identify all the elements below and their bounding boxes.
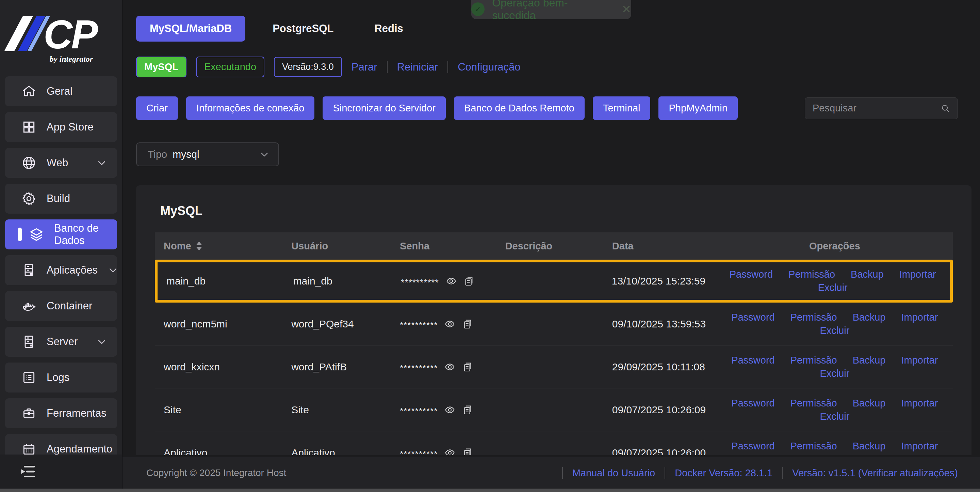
create-button[interactable]: Criar <box>136 96 178 120</box>
import-link[interactable]: Importar <box>901 398 938 409</box>
table-header: Nome Usuário Senha Descrição Data Operaç… <box>155 232 953 260</box>
import-link[interactable]: Importar <box>901 441 938 452</box>
row-operations: Password Permissão Backup Importar Exclu… <box>717 441 953 455</box>
import-link[interactable]: Importar <box>901 312 938 323</box>
import-link[interactable]: Importar <box>899 269 936 280</box>
restart-service-link[interactable]: Reiniciar <box>397 61 438 73</box>
sidebar-item-web[interactable]: Web <box>5 148 117 178</box>
terminal-button[interactable]: Terminal <box>593 96 651 120</box>
configure-service-link[interactable]: Configuração <box>458 61 520 73</box>
sidebar-item-ferramentas[interactable]: Ferramentas <box>5 398 117 428</box>
eye-icon[interactable] <box>446 276 457 286</box>
backup-link[interactable]: Backup <box>853 355 886 366</box>
delete-link[interactable]: Excluir <box>820 411 850 422</box>
db-name: Aplicativo <box>155 447 282 455</box>
search-box <box>805 97 958 119</box>
sidebar-item-agendamento[interactable]: Agendamento <box>5 434 117 457</box>
copy-icon[interactable] <box>463 276 474 286</box>
table-row-aplicativo[interactable]: Aplicativo Aplicativo ********** 09/07/2… <box>155 431 953 455</box>
sidebar-item-server[interactable]: Server <box>5 327 117 357</box>
sidebar-item-build[interactable]: Build <box>5 184 117 214</box>
sidebar-item-label: Logs <box>47 371 69 383</box>
tab-postgresql[interactable]: PostgreSQL <box>259 16 347 42</box>
delete-link[interactable]: Excluir <box>820 325 850 336</box>
row-operations: Password Permissão Backup Importar Exclu… <box>717 398 953 422</box>
copy-icon[interactable] <box>462 361 473 372</box>
permission-link[interactable]: Permissão <box>788 269 835 280</box>
tab-redis[interactable]: Redis <box>361 16 417 42</box>
chevron-down-icon <box>108 265 118 275</box>
tab-mysql-mariadb[interactable]: MySQL/MariaDB <box>136 16 245 42</box>
db-password-cell: ********** <box>392 275 496 288</box>
sync-from-server-button[interactable]: Sincronizar do Servidor <box>323 96 445 120</box>
row-operations: Password Permissão Backup Importar Exclu… <box>716 269 950 293</box>
table-row-word_kxicxn[interactable]: word_kxicxn word_PAtifB ********** 29/09… <box>155 345 953 388</box>
user-manual-link[interactable]: Manual do Usuário <box>572 468 655 479</box>
db-password-cell: ********** <box>391 403 496 416</box>
password-link[interactable]: Password <box>731 398 775 409</box>
column-header-nome[interactable]: Nome <box>155 241 282 252</box>
delete-link[interactable]: Excluir <box>818 282 848 293</box>
db-password-cell: ********** <box>391 317 496 331</box>
table-row-site[interactable]: Site Site ********** 09/07/2025 10:26:09… <box>155 388 953 431</box>
sidebar-item-app-store[interactable]: App Store <box>5 112 117 142</box>
type-filter-label: Tipo <box>148 149 167 160</box>
table-row-main_db[interactable]: main_db main_db ********** 13/10/2025 15… <box>155 260 953 303</box>
type-filter-select[interactable]: Tipo mysql <box>136 142 279 166</box>
password-link[interactable]: Password <box>730 269 773 280</box>
permission-link[interactable]: Permissão <box>791 312 837 323</box>
phpmyadmin-button[interactable]: PhpMyAdmin <box>659 96 737 120</box>
connection-info-button[interactable]: Informações de conexão <box>186 96 315 120</box>
sidebar-item-label: Geral <box>47 85 73 97</box>
footer-links: Manual do Usuário Docker Versão: 28.1.1 … <box>562 467 958 479</box>
divider <box>447 61 448 73</box>
copy-icon[interactable] <box>462 319 473 329</box>
backup-link[interactable]: Backup <box>853 312 886 323</box>
collapse-sidebar-button[interactable] <box>18 460 40 483</box>
toast-close-icon[interactable]: ✕ <box>622 2 632 16</box>
chevron-down-icon <box>97 337 107 347</box>
permission-link[interactable]: Permissão <box>791 441 837 452</box>
backup-link[interactable]: Backup <box>853 441 886 452</box>
app-version-link[interactable]: Versão: v1.5.1 (Verificar atualizações) <box>792 468 958 479</box>
sidebar-item-logs[interactable]: Logs <box>5 363 117 393</box>
row-operations: Password Permissão Backup Importar Exclu… <box>717 312 953 336</box>
password-link[interactable]: Password <box>731 441 775 452</box>
import-link[interactable]: Importar <box>901 355 938 366</box>
password-masked: ********** <box>400 403 438 416</box>
sidebar-item-label: Web <box>47 157 68 169</box>
sidebar-item-label: App Store <box>47 121 94 133</box>
copyright-text: Copyright © 2025 Integrator Host <box>146 468 286 478</box>
permission-link[interactable]: Permissão <box>791 355 837 366</box>
eye-icon[interactable] <box>444 404 455 415</box>
table-row-word_ncm5mi[interactable]: word_ncm5mi word_PQef34 ********** 09/10… <box>155 303 953 345</box>
backup-link[interactable]: Backup <box>851 269 884 280</box>
remote-database-button[interactable]: Banco de Dados Remoto <box>454 96 585 120</box>
delete-link[interactable]: Excluir <box>820 454 850 455</box>
search-input[interactable] <box>813 102 941 114</box>
footer: Copyright © 2025 Integrator Host Manual … <box>123 457 980 489</box>
sort-icon[interactable] <box>196 241 202 251</box>
copy-icon[interactable] <box>462 404 473 415</box>
permission-link[interactable]: Permissão <box>791 398 837 409</box>
backup-link[interactable]: Backup <box>853 398 886 409</box>
stop-service-link[interactable]: Parar <box>352 61 377 73</box>
docker-whale-icon <box>21 299 37 313</box>
db-user: Site <box>282 404 391 416</box>
eye-icon[interactable] <box>444 319 455 329</box>
password-link[interactable]: Password <box>731 355 775 366</box>
sidebar-item-geral[interactable]: Geral <box>5 76 117 106</box>
sidebar-item-container[interactable]: Container <box>5 291 117 321</box>
eye-icon[interactable] <box>444 447 455 455</box>
sidebar-item-banco-de-dados[interactable]: Banco de Dados <box>5 219 117 249</box>
sidebar-item-aplicacoes[interactable]: Aplicações <box>5 255 117 285</box>
eye-icon[interactable] <box>444 361 455 372</box>
database-table: Nome Usuário Senha Descrição Data Operaç… <box>155 232 953 455</box>
password-link[interactable]: Password <box>731 312 775 323</box>
password-masked: ********** <box>400 317 438 331</box>
delete-link[interactable]: Excluir <box>820 368 850 379</box>
service-status-row: MySQL Executando Versão:9.3.0 Parar Rein… <box>136 57 972 77</box>
docker-version-link[interactable]: Docker Versão: 28.1.1 <box>675 468 772 479</box>
copy-icon[interactable] <box>462 447 473 455</box>
chevron-down-icon <box>259 149 269 160</box>
